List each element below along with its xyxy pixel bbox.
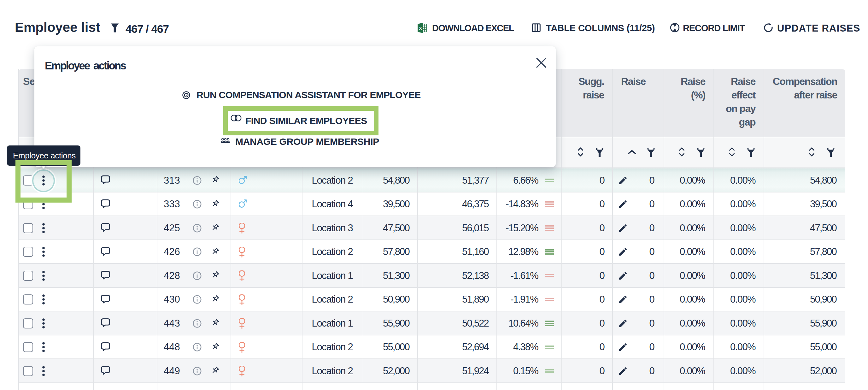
svg-text:X: X — [419, 26, 422, 31]
